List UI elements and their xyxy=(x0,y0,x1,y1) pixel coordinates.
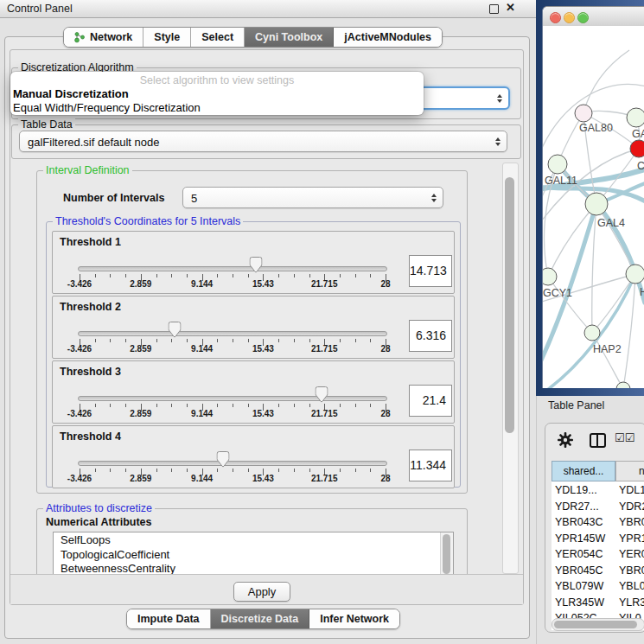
combo-arrows-icon xyxy=(497,94,502,103)
cell-name[interactable]: YER0 xyxy=(619,548,644,560)
network-node[interactable] xyxy=(616,382,630,388)
settings-vertical-scrollbar[interactable] xyxy=(502,163,519,574)
threshold-value-field[interactable]: 14.713 xyxy=(409,255,452,287)
cell-name[interactable]: YBR0 xyxy=(619,564,644,577)
tab-discretize-data[interactable]: Discretize Data xyxy=(211,609,310,628)
cell-shared-name[interactable]: YLR345W xyxy=(555,596,604,609)
slider-thumb-icon[interactable] xyxy=(217,451,230,469)
slider-tick xyxy=(248,469,249,472)
attributes-list-scrollbar[interactable] xyxy=(440,532,453,574)
table-row[interactable]: YBL079WYBL0 xyxy=(552,579,644,596)
cell-shared-name[interactable]: YBL079W xyxy=(555,580,603,592)
split-view-icon[interactable] xyxy=(590,433,606,448)
slider-thumb-icon[interactable] xyxy=(250,257,263,274)
attribute-list-item[interactable]: SelfLoops xyxy=(54,533,440,548)
network-node-h[interactable] xyxy=(626,265,644,284)
tab-jactivemnodules[interactable]: jActiveMNodules xyxy=(334,28,442,47)
scrollbar-thumb[interactable] xyxy=(443,534,450,574)
tab-network[interactable]: Network xyxy=(64,28,143,47)
tab-cyni-toolbox[interactable]: Cyni Toolbox xyxy=(245,28,334,47)
table-row[interactable]: YER054CYER0 xyxy=(552,547,644,564)
scrollbar-thumb[interactable] xyxy=(554,621,637,628)
network-node-gal11[interactable] xyxy=(548,155,567,174)
cell-shared-name[interactable]: YDR27... xyxy=(555,501,599,513)
slider-tick-label: 28 xyxy=(380,279,390,289)
cell-name[interactable]: YDL1 xyxy=(619,484,644,496)
table-row[interactable]: YPR145WYPR1 xyxy=(552,532,644,548)
threshold-slider[interactable]: -3.4262.8599.14415.4321.71528 xyxy=(75,450,390,487)
numerical-attributes-list[interactable]: SelfLoopsTopologicalCoefficientBetweenne… xyxy=(53,532,454,574)
slider-tick-label: 15.43 xyxy=(252,409,274,418)
table-horizontal-scrollbar[interactable] xyxy=(552,618,644,631)
cell-shared-name[interactable]: YBR045C xyxy=(555,564,603,577)
threshold-value-field[interactable]: 21.4 xyxy=(409,385,452,417)
network-canvas[interactable]: GAL80GACGAL11GAL4GCY1HHAP2 xyxy=(543,26,644,388)
slider-track[interactable] xyxy=(78,266,387,271)
minimize-traffic-light[interactable] xyxy=(564,12,575,23)
slider-track[interactable] xyxy=(78,461,387,466)
tab-style[interactable]: Style xyxy=(143,28,191,47)
number-of-intervals-combobox[interactable]: 5 xyxy=(182,187,443,208)
close-traffic-light[interactable] xyxy=(550,12,561,23)
slider-track[interactable] xyxy=(78,396,387,401)
table-row[interactable]: YDL19...YDL1 xyxy=(552,483,644,500)
slider-tick-label: 21.715 xyxy=(311,344,338,354)
threshold-slider[interactable]: -3.4262.8599.14415.4321.71528 xyxy=(75,321,390,357)
slider-thumb-icon[interactable] xyxy=(168,322,181,339)
tab-infer-network[interactable]: Infer Network xyxy=(309,609,399,628)
tab-select[interactable]: Select xyxy=(191,28,245,47)
table-row[interactable]: YBR043CYBR0 xyxy=(552,515,644,532)
network-node-hap2[interactable] xyxy=(584,325,600,341)
table-row[interactable]: YLR345WYLR3 xyxy=(552,596,644,612)
slider-tick-label: -3.426 xyxy=(67,279,92,289)
column-header-name[interactable]: na xyxy=(615,461,644,481)
slider-tick xyxy=(156,469,157,472)
zoom-traffic-light[interactable] xyxy=(577,12,589,23)
cell-name[interactable]: YBR0 xyxy=(619,516,644,528)
cell-name[interactable]: YBL0 xyxy=(619,580,644,592)
cell-shared-name[interactable]: YER054C xyxy=(555,548,603,560)
slider-tick xyxy=(340,339,341,342)
tab-impute-data[interactable]: Impute Data xyxy=(127,609,211,628)
threshold-panel: Threshold 2 6.316 -3.4262.8599.14415.432… xyxy=(52,296,455,359)
cell-name[interactable]: YDR2 xyxy=(619,501,644,513)
cell-shared-name[interactable]: YBR043C xyxy=(555,516,603,528)
table-row[interactable]: YDR27...YDR2 xyxy=(552,500,644,516)
table-data-group-label: Table Data xyxy=(18,118,75,131)
network-node-ga[interactable] xyxy=(627,108,644,127)
number-of-intervals-value: 5 xyxy=(191,191,197,204)
network-node-gal80[interactable] xyxy=(575,105,592,122)
node-table[interactable]: shared... na YDL19...YDL1YDR27...YDR2YBR… xyxy=(552,461,644,630)
cell-name[interactable]: YLR3 xyxy=(619,596,644,609)
slider-tick xyxy=(309,274,310,277)
threshold-value-field[interactable]: 6.316 xyxy=(409,320,452,352)
attribute-list-item[interactable]: BetweennessCentrality xyxy=(54,562,440,574)
table-row[interactable]: YBR045CYBR0 xyxy=(552,564,644,580)
table-data-combobox[interactable]: galFiltered.sif default node xyxy=(19,131,507,152)
cell-name[interactable]: YPR1 xyxy=(619,532,644,545)
apply-button[interactable]: Apply xyxy=(233,582,290,602)
slider-thumb-icon[interactable] xyxy=(315,386,328,404)
attribute-list-item[interactable]: TopologicalCoefficient xyxy=(54,548,440,563)
checkbox-columns-icon[interactable]: ☑☑ xyxy=(615,431,634,444)
close-icon[interactable]: ✕ xyxy=(506,1,515,14)
threshold-slider[interactable]: -3.4262.8599.14415.4321.71528 xyxy=(75,386,390,422)
slider-track[interactable] xyxy=(78,331,387,336)
network-node-c[interactable] xyxy=(630,140,644,157)
cell-shared-name[interactable]: YDL19... xyxy=(555,484,597,496)
threshold-value-field[interactable]: 11.344 xyxy=(409,450,452,481)
column-header-shared-name[interactable]: shared... xyxy=(552,461,615,481)
scrollbar-thumb[interactable] xyxy=(505,177,514,433)
network-node-gcy1[interactable] xyxy=(543,268,557,285)
slider-tick xyxy=(278,404,279,407)
numerical-attributes-label: Numerical Attributes xyxy=(46,516,151,528)
cell-shared-name[interactable]: YPR145W xyxy=(555,532,605,545)
float-window-icon[interactable] xyxy=(489,4,499,14)
network-node-gal4[interactable] xyxy=(585,193,608,215)
menu-item-manual-discretization[interactable]: Manual Discretization xyxy=(13,87,129,100)
menu-item-equal-width-frequency[interactable]: Equal Width/Frequency Discretization xyxy=(13,101,201,114)
threshold-slider[interactable]: -3.4262.8599.14415.4321.71528 xyxy=(75,256,390,292)
settings-gear-icon[interactable] xyxy=(557,431,574,449)
node-label: C xyxy=(637,160,644,172)
slider-tick xyxy=(340,469,341,472)
